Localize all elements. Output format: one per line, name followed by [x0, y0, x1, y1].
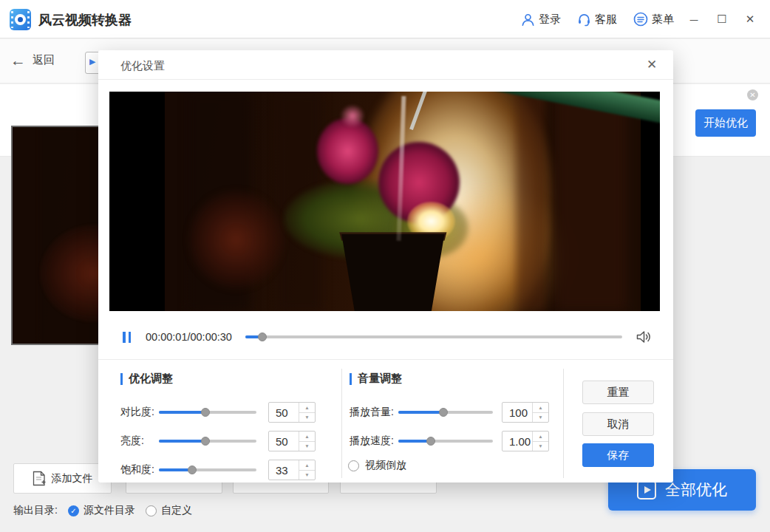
reset-button[interactable]: 重置	[582, 381, 654, 404]
brightness-spinner[interactable]: 50 ▲▼	[268, 431, 316, 451]
optimize-all-label: 全部优化	[665, 480, 727, 500]
app-title: 风云视频转换器	[38, 11, 132, 29]
pause-button[interactable]	[123, 332, 131, 343]
volume-icon[interactable]	[636, 330, 652, 344]
login-label: 登录	[539, 13, 561, 27]
service-label: 客服	[595, 13, 617, 27]
saturation-spinner[interactable]: 33 ▲▼	[268, 460, 316, 480]
menu-button[interactable]: 菜单	[633, 12, 674, 27]
play-speed-spinner[interactable]: 1.00 ▲▼	[502, 431, 549, 451]
contrast-spinner[interactable]: 50 ▲▼	[268, 402, 316, 423]
save-button[interactable]: 保存	[582, 443, 654, 467]
user-icon	[521, 13, 535, 27]
output-directory-label: 输出目录:	[13, 504, 58, 517]
saturation-down-icon[interactable]: ▼	[299, 471, 315, 480]
saturation-row: 饱和度: 33 ▲▼	[120, 460, 316, 480]
contrast-down-icon[interactable]: ▼	[299, 413, 315, 423]
headset-icon	[577, 13, 591, 27]
dialog-title: 优化设置	[120, 59, 165, 73]
play-icon	[637, 480, 656, 499]
optimize-section-header: 优化调整	[120, 372, 173, 386]
saturation-label: 饱和度:	[120, 463, 159, 477]
brightness-down-icon[interactable]: ▼	[299, 442, 315, 451]
saturation-slider-handle[interactable]	[188, 466, 197, 474]
optimize-settings-dialog: 优化设置 ✕ 00:00:01/00:00:30	[98, 50, 673, 482]
start-optimize-button[interactable]: 开始优化	[695, 109, 756, 137]
play-speed-slider-handle[interactable]	[426, 437, 435, 446]
contrast-value[interactable]: 50	[269, 403, 299, 422]
play-speed-row: 播放速度: 1.00 ▲▼	[350, 431, 549, 451]
source-dir-option[interactable]: ✓ 源文件目录	[68, 504, 135, 517]
contrast-up-icon[interactable]: ▲	[299, 403, 315, 413]
dialog-close-icon[interactable]: ✕	[644, 57, 660, 73]
player-bar: 00:00:01/00:00:30	[109, 321, 660, 353]
back-label: 返回	[33, 53, 55, 67]
play-volume-label: 播放音量:	[350, 406, 398, 419]
custom-dir-option[interactable]: 自定义	[146, 504, 192, 517]
menu-icon	[633, 12, 648, 27]
brightness-row: 亮度: 50 ▲▼	[120, 431, 316, 451]
reverse-video-radio[interactable]	[348, 460, 359, 471]
source-dir-label: 源文件目录	[84, 504, 135, 517]
reverse-video-option[interactable]: 视频倒放	[348, 459, 406, 472]
output-directory-row: 输出目录: ✓ 源文件目录 自定义	[13, 504, 192, 517]
brightness-value[interactable]: 50	[269, 432, 299, 451]
menu-label: 菜单	[652, 13, 674, 27]
app-logo-icon	[10, 9, 31, 30]
time-display: 00:00:01/00:00:30	[146, 331, 232, 343]
source-dir-radio-checked[interactable]: ✓	[68, 505, 79, 516]
play-volume-down-icon[interactable]: ▼	[533, 413, 548, 423]
close-button[interactable]: ✕	[736, 0, 764, 38]
seek-handle[interactable]	[258, 332, 267, 341]
play-speed-slider[interactable]	[398, 440, 493, 443]
minimize-button[interactable]: ─	[680, 0, 708, 38]
contrast-row: 对比度: 50 ▲▼	[120, 402, 316, 423]
play-volume-spinner[interactable]: 100 ▲▼	[502, 402, 549, 423]
add-file-button[interactable]: 添加文件	[13, 463, 112, 494]
title-bar: 风云视频转换器 登录 客服 菜单 ─ ☐ ✕	[0, 0, 770, 38]
adjustment-panel: 优化调整 对比度: 50 ▲▼ 亮度: 50 ▲▼ 饱和度:	[98, 359, 673, 482]
cancel-button[interactable]: 取消	[582, 412, 654, 436]
contrast-slider-handle[interactable]	[201, 408, 210, 417]
custom-dir-radio[interactable]	[146, 505, 157, 516]
play-speed-down-icon[interactable]: ▼	[533, 442, 548, 451]
contrast-label: 对比度:	[120, 406, 159, 419]
play-volume-up-icon[interactable]: ▲	[533, 403, 548, 413]
brightness-label: 亮度:	[120, 434, 159, 448]
dialog-header: 优化设置 ✕	[98, 50, 673, 80]
reverse-video-label: 视频倒放	[365, 459, 406, 472]
play-volume-value[interactable]: 100	[502, 403, 532, 422]
play-speed-value[interactable]: 1.00	[502, 432, 532, 451]
saturation-value[interactable]: 33	[269, 460, 299, 480]
volume-section-header: 音量调整	[350, 372, 402, 386]
play-speed-label: 播放速度:	[350, 434, 398, 448]
play-volume-slider[interactable]	[398, 411, 493, 414]
maximize-button[interactable]: ☐	[708, 0, 736, 38]
add-file-icon	[33, 471, 46, 486]
login-button[interactable]: 登录	[521, 13, 561, 27]
brightness-up-icon[interactable]: ▲	[299, 432, 315, 442]
play-volume-slider-handle[interactable]	[439, 408, 448, 417]
brightness-slider[interactable]	[159, 440, 256, 443]
back-button[interactable]: ← 返回	[10, 52, 55, 68]
brightness-slider-handle[interactable]	[201, 437, 210, 446]
seek-bar[interactable]	[245, 335, 622, 338]
remove-file-icon[interactable]: ✕	[747, 89, 758, 100]
saturation-slider[interactable]	[159, 468, 256, 471]
play-speed-up-icon[interactable]: ▲	[533, 432, 548, 442]
custom-dir-label: 自定义	[161, 504, 192, 517]
contrast-slider[interactable]	[159, 411, 256, 414]
video-preview[interactable]	[109, 92, 660, 311]
add-file-label: 添加文件	[52, 472, 93, 485]
back-arrow-icon: ←	[10, 52, 26, 68]
customer-service-button[interactable]: 客服	[577, 13, 617, 27]
saturation-up-icon[interactable]: ▲	[299, 460, 315, 471]
play-volume-row: 播放音量: 100 ▲▼	[350, 402, 549, 423]
